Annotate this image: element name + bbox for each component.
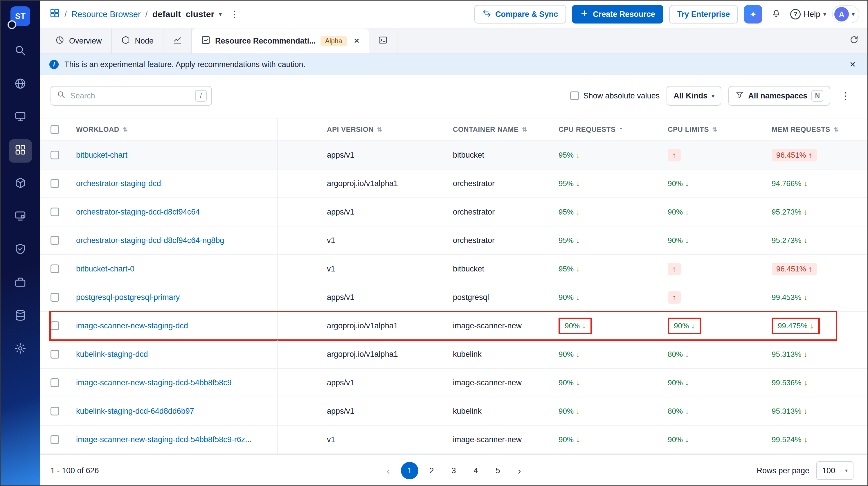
workload-link[interactable]: orchestrator-staging-dcd-d8cf94c64-ng8bg xyxy=(76,236,224,245)
page-button[interactable]: 2 xyxy=(423,462,440,479)
next-page-icon[interactable]: › xyxy=(511,462,527,479)
workload-link[interactable]: image-scanner-new-staging-dcd-54bb8f58c9… xyxy=(76,435,252,444)
user-menu[interactable]: A ▾ xyxy=(832,5,859,23)
workload-link[interactable]: orchestrator-staging-dcd-d8cf94c64 xyxy=(76,208,200,217)
row-checkbox[interactable] xyxy=(51,350,59,359)
column-header-mem-requests[interactable]: MEM REQUESTS ⇅ xyxy=(760,118,867,141)
metric-chip: 99.453%↓ xyxy=(772,293,808,302)
metric-value: 90% xyxy=(668,236,683,245)
cpu-requests-cell: 95%↓ xyxy=(546,226,655,254)
row-checkbox[interactable] xyxy=(51,378,59,387)
terminal-icon xyxy=(378,35,388,47)
table-row[interactable]: orchestrator-staging-dcd-d8cf94c64-ng8bg… xyxy=(40,226,867,255)
table-row[interactable]: orchestrator-staging-dcdargoproj.io/v1al… xyxy=(40,170,867,198)
tab-monitoring[interactable] xyxy=(163,28,192,53)
table-row[interactable]: image-scanner-new-staging-dcd-54bb8f58c9… xyxy=(40,369,867,397)
workload-link[interactable]: kubelink-staging-dcd-64d8dd6b97 xyxy=(76,407,194,416)
row-checkbox[interactable] xyxy=(51,236,59,245)
metric-value: 90% xyxy=(668,179,683,188)
column-header-container-name[interactable]: CONTAINER NAME ⇅ xyxy=(440,118,546,141)
row-checkbox[interactable] xyxy=(51,435,59,444)
sidebar-item-chart-store[interactable] xyxy=(9,173,32,196)
sidebar-item-jobs[interactable] xyxy=(9,272,32,295)
row-checkbox[interactable] xyxy=(51,293,59,302)
tab-node-label: Node xyxy=(135,37,154,45)
row-checkbox[interactable] xyxy=(51,179,59,188)
tab-overview-label: Overview xyxy=(69,37,102,45)
table-row[interactable]: bitbucket-chartapps/v1bitbucket95%↓↑96.4… xyxy=(40,141,867,170)
sidebar-item-resource-browser[interactable] xyxy=(9,139,32,162)
workload-link[interactable]: image-scanner-new-staging-dcd xyxy=(76,322,188,330)
sidebar-item-deployments[interactable] xyxy=(9,106,32,129)
cluster-dropdown-caret-icon[interactable]: ▾ xyxy=(219,11,222,18)
table-row[interactable]: kubelink-staging-dcdargoproj.io/v1alpha1… xyxy=(40,340,867,369)
workload-link[interactable]: image-scanner-new-staging-dcd-54bb8f58c9 xyxy=(76,378,232,387)
compare-sync-button[interactable]: Compare & Sync xyxy=(474,5,566,24)
table-row[interactable]: postgresql-postgresql-primaryapps/v1post… xyxy=(40,283,867,312)
column-header-workload[interactable]: WORKLOAD ⇅ xyxy=(76,118,278,141)
namespace-filter-button[interactable]: All namespaces N xyxy=(728,86,830,106)
cpu-requests-cell: 90%↓ xyxy=(546,426,655,454)
tab-node[interactable]: Node xyxy=(112,28,164,53)
tab-terminal[interactable] xyxy=(369,28,397,53)
notifications-button[interactable] xyxy=(768,6,784,22)
pager: ‹ 12345 › xyxy=(380,462,527,479)
column-header-api-version[interactable]: API VERSION ⇅ xyxy=(278,118,440,141)
banner-close-icon[interactable]: ✕ xyxy=(849,60,856,69)
page-button[interactable]: 4 xyxy=(467,462,485,479)
help-menu[interactable]: ? Help ▾ xyxy=(790,9,826,20)
sidebar-item-security[interactable] xyxy=(9,239,32,262)
table-row[interactable]: kubelink-staging-dcd-64d8dd6b97apps/v1ku… xyxy=(40,397,867,426)
sidebar-item-search[interactable] xyxy=(9,40,32,63)
metric-value: 90% xyxy=(668,378,683,387)
cpu-requests-cell: 90%↓ xyxy=(546,397,655,425)
row-checkbox[interactable] xyxy=(51,265,59,273)
toolbar-kebab-menu[interactable]: ⋮ xyxy=(837,90,854,101)
row-checkbox[interactable] xyxy=(51,322,59,330)
row-checkbox[interactable] xyxy=(51,151,59,159)
arrow-down-icon: ↓ xyxy=(576,208,580,217)
show-absolute-values-toggle[interactable]: Show absolute values xyxy=(570,91,660,100)
page-button[interactable]: 3 xyxy=(445,462,462,479)
table-row[interactable]: image-scanner-new-staging-dcd-54bb8f58c9… xyxy=(40,426,867,454)
breadcrumb-kebab-menu[interactable]: ⋮ xyxy=(226,9,243,20)
search-input[interactable] xyxy=(70,91,190,100)
table-row[interactable]: image-scanner-new-staging-dcdargoproj.io… xyxy=(40,312,867,340)
page-button[interactable]: 1 xyxy=(401,462,418,479)
tab-resource-recommendations[interactable]: Resource Recommendati... Alpha ✕ xyxy=(192,28,369,53)
show-absolute-checkbox[interactable] xyxy=(570,91,579,100)
workload-link[interactable]: kubelink-staging-dcd xyxy=(76,350,148,359)
breadcrumb-resource-browser-link[interactable]: Resource Browser xyxy=(71,9,141,19)
row-checkbox[interactable] xyxy=(51,407,59,416)
workload-link[interactable]: bitbucket-chart-0 xyxy=(76,265,134,273)
try-enterprise-button[interactable]: Try Enterprise xyxy=(669,5,738,24)
workload-link[interactable]: postgresql-postgresql-primary xyxy=(76,293,180,302)
cpu-limits-cell: ↑ xyxy=(655,141,760,169)
search-box[interactable]: / xyxy=(51,86,212,106)
cluster-name: default_cluster xyxy=(152,9,214,19)
select-all-checkbox[interactable] xyxy=(51,125,59,134)
row-checkbox[interactable] xyxy=(51,208,59,216)
tab-overview[interactable]: Overview xyxy=(46,28,112,53)
prev-page-icon[interactable]: ‹ xyxy=(380,462,396,479)
refresh-button[interactable] xyxy=(841,28,867,53)
workload-link[interactable]: bitbucket-chart xyxy=(76,151,127,160)
create-resource-button[interactable]: Create Resource xyxy=(572,5,663,24)
close-icon[interactable]: ✕ xyxy=(354,37,360,45)
workload-link[interactable]: orchestrator-staging-dcd xyxy=(76,179,161,188)
table-row[interactable]: bitbucket-chart-0v1bitbucket95%↓↑96.451%… xyxy=(40,255,867,283)
sidebar-item-global[interactable] xyxy=(9,73,32,96)
sidebar-item-stacks[interactable] xyxy=(9,305,32,328)
kind-filter-button[interactable]: All Kinds ▾ xyxy=(666,86,721,106)
column-header-cpu-requests[interactable]: CPU REQUESTS ↑ xyxy=(546,118,655,141)
sort-icon: ⇅ xyxy=(834,126,839,133)
page-button[interactable]: 5 xyxy=(489,462,506,479)
table-row[interactable]: orchestrator-staging-dcd-d8cf94c64apps/v… xyxy=(40,198,867,226)
sidebar-item-settings[interactable] xyxy=(9,338,32,361)
app-logo[interactable]: ST xyxy=(10,6,30,26)
sidebar-item-app-monitor[interactable] xyxy=(9,206,32,229)
column-header-cpu-limits[interactable]: CPU LIMITS ⇅ xyxy=(655,118,760,141)
api-version: apps/v1 xyxy=(278,369,440,397)
rows-per-page-select[interactable]: 100 ▾ xyxy=(816,461,854,480)
ai-sparkle-button[interactable]: ✦ xyxy=(744,5,762,24)
